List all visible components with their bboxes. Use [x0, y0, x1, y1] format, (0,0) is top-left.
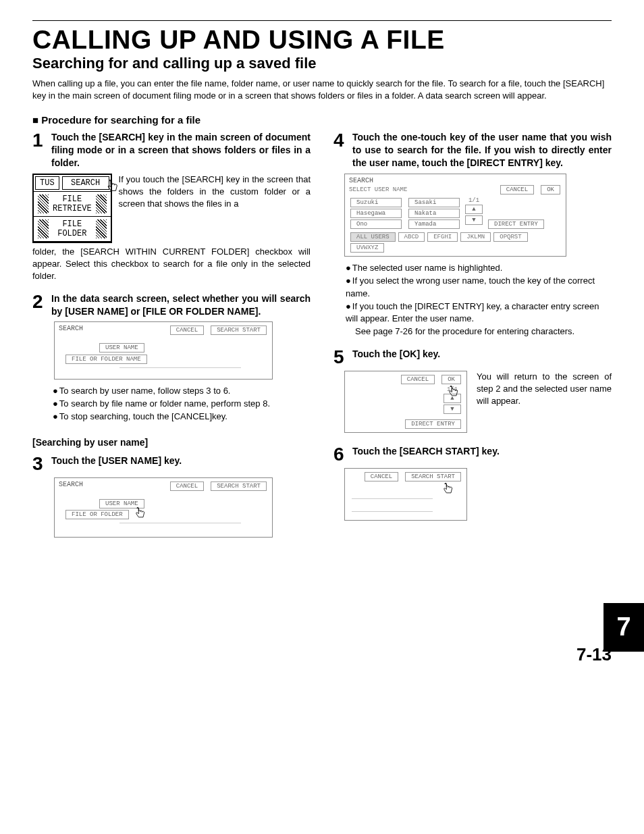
user-name-button[interactable]: USER NAME [99, 343, 144, 353]
user-key[interactable]: Hasegawa [350, 209, 402, 218]
tab-tus[interactable]: TUS [35, 176, 59, 190]
step-number: 1 [32, 131, 47, 170]
alpha-tab[interactable]: OPQRST [493, 232, 527, 242]
step1-body-cont: folder, the [SEARCH WITHIN CURRENT FOLDE… [32, 246, 311, 283]
step3-panel: SEARCH CANCEL SEARCH START USER NAME FIL… [54, 477, 273, 538]
cancel-button[interactable]: CANCEL [170, 481, 204, 491]
step4-bullet: The selected user name is highlighted. [346, 262, 612, 275]
step1-heading: Touch the [SEARCH] key in the main scree… [51, 131, 311, 170]
step5-heading: Touch the [OK] key. [352, 348, 440, 367]
alpha-tab[interactable]: UVWXYZ [350, 243, 384, 253]
step6-heading: Touch the [SEARCH START] key. [352, 445, 500, 464]
touch-hand-icon [133, 506, 146, 520]
user-key[interactable]: Ono [350, 219, 402, 229]
user-key[interactable]: Suzuki [350, 198, 402, 207]
intro-text: When calling up a file, you can enter th… [32, 78, 612, 102]
step1-figure: TUS SEARCH FILE RETRIEVE FILE FOLDER [32, 174, 112, 243]
search-by-user-heading: [Searching by user name] [32, 437, 311, 448]
chapter-tab: 7 [603, 603, 644, 652]
cancel-button[interactable]: CANCEL [500, 185, 534, 194]
scroll-up-button[interactable]: ▲ [465, 205, 483, 214]
touch-hand-icon [441, 482, 454, 496]
step4-panel: SEARCH SELECT USER NAME CANCEL OK Suzuki… [344, 174, 566, 257]
tab-search[interactable]: SEARCH [62, 176, 109, 190]
step-number: 2 [32, 292, 47, 318]
search-start-button[interactable]: SEARCH START [405, 472, 461, 481]
step2-bullet: To search by file name or folder name, p… [53, 398, 311, 411]
step2-bullet: To stop searching, touch the [CANCEL]key… [53, 411, 311, 423]
direct-entry-button[interactable]: DIRECT ENTRY [488, 219, 544, 229]
alpha-tab[interactable]: EFGHI [427, 232, 458, 242]
file-folder-row[interactable]: FILE FOLDER [53, 219, 92, 238]
search-start-button[interactable]: SEARCH START [211, 481, 267, 491]
touch-hand-icon [105, 179, 119, 194]
file-or-folder-button[interactable]: FILE OR FOLDER [65, 510, 129, 519]
touch-hand-icon [446, 385, 460, 398]
page-number: 7-13 [32, 644, 612, 665]
ok-button[interactable]: OK [441, 375, 461, 384]
step-number: 5 [333, 348, 348, 367]
step6-panel: CANCEL SEARCH START [344, 468, 467, 521]
alpha-tab[interactable]: ALL USERS [350, 232, 396, 242]
section-title: Searching for and calling up a saved fil… [32, 55, 612, 72]
step-number: 3 [32, 454, 47, 473]
scroll-down-button[interactable]: ▼ [444, 405, 461, 414]
scroll-down-button[interactable]: ▼ [465, 215, 483, 225]
step5-panel: CANCEL OK 1/1 ▲ ▼ DIREC [344, 371, 467, 433]
step-number: 4 [333, 131, 348, 170]
alpha-tab[interactable]: ABCD [398, 232, 425, 242]
page-title: CALLING UP AND USING A FILE [32, 25, 612, 55]
cancel-button[interactable]: CANCEL [401, 375, 435, 384]
step2-bullet: To search by user name, follow steps 3 t… [53, 385, 311, 398]
step4-bullet: If you touch the [DIRECT ENTRY] key, a c… [346, 301, 612, 326]
direct-entry-button[interactable]: DIRECT ENTRY [405, 419, 461, 429]
procedure-heading: Procedure for searching for a file [32, 114, 612, 126]
search-start-button[interactable]: SEARCH START [211, 325, 267, 335]
step2-panel: SEARCH CANCEL SEARCH START USER NAME FIL… [54, 321, 273, 380]
user-key[interactable]: Yamada [408, 219, 460, 229]
file-or-folder-button[interactable]: FILE OR FOLDER NAME [65, 355, 147, 364]
user-key[interactable]: Sasaki [408, 198, 460, 207]
file-retrieve-row[interactable]: FILE RETRIEVE [53, 194, 92, 213]
step3-heading: Touch the [USER NAME] key. [51, 454, 182, 473]
user-key[interactable]: Nakata [408, 209, 460, 218]
step4-heading: Touch the one-touch key of the user name… [352, 131, 612, 170]
ok-button[interactable]: OK [541, 185, 560, 194]
step5-body: You will return to the screen of step 2 … [477, 371, 612, 433]
step4-subnote: See page 7-26 for the procedure for ente… [355, 325, 612, 338]
step4-bullet: If you select the wrong user name, touch… [346, 275, 612, 301]
step1-body-right: If you touch the [SEARCH] key in the scr… [119, 174, 311, 243]
cancel-button[interactable]: CANCEL [365, 472, 398, 481]
step-number: 6 [333, 445, 348, 464]
alpha-tab[interactable]: JKLMN [460, 232, 491, 242]
step2-heading: In the data search screen, select whethe… [51, 292, 311, 318]
cancel-button[interactable]: CANCEL [170, 325, 204, 335]
